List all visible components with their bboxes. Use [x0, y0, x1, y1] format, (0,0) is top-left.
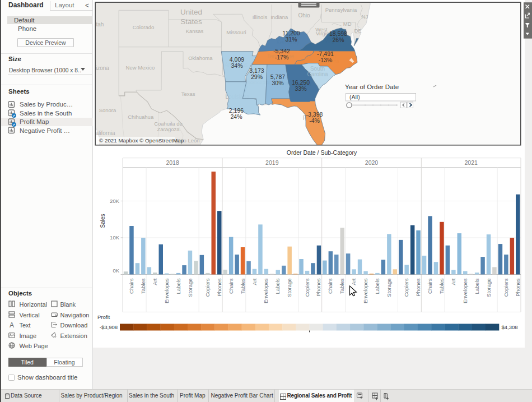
svg-text:Copiers: Copiers	[204, 278, 211, 297]
svg-text:Oklahoma: Oklahoma	[188, 55, 213, 61]
svg-text:Nebraska: Nebraska	[197, 0, 220, 3]
svg-text:Indiana: Indiana	[270, 14, 288, 20]
svg-text:Phones: Phones	[415, 278, 421, 296]
svg-text:Illinois: Illinois	[253, 14, 268, 20]
svg-text:10K: 10K	[110, 234, 120, 241]
svg-text:2021: 2021	[465, 159, 478, 166]
svg-text:Colorado: Colorado	[133, 24, 155, 30]
svg-text:MD: MD	[343, 21, 352, 27]
svg-text:Phones: Phones	[515, 278, 521, 296]
svg-text:NJ: NJ	[362, 13, 368, 20]
svg-text:Phones: Phones	[315, 278, 321, 296]
svg-text:Texas: Texas	[181, 91, 195, 97]
svg-text:Envelopes: Envelopes	[462, 278, 468, 303]
svg-text:Copiers: Copiers	[304, 278, 310, 297]
svg-text:Chairs: Chairs	[228, 278, 234, 294]
svg-text:-$3,908: -$3,908	[100, 324, 118, 330]
svg-text:New Mexico: New Mexico	[126, 64, 155, 71]
svg-text:tah: tah	[96, 21, 104, 27]
svg-text:Labels: Labels	[374, 278, 380, 294]
svg-text:Labels: Labels	[274, 278, 281, 294]
svg-text:Profit: Profit	[97, 314, 110, 320]
svg-text:Tables: Tables	[339, 278, 345, 294]
svg-text:2018: 2018	[166, 159, 179, 166]
svg-text:33%: 33%	[295, 85, 306, 92]
svg-text:Sonora: Sonora	[99, 107, 116, 113]
svg-text:Tables: Tables	[140, 278, 146, 294]
svg-text:izona: izona	[96, 65, 109, 71]
svg-text:© 2021 Mapbox © OpenStreetMap: © 2021 Mapbox © OpenStreetMap	[99, 137, 184, 144]
svg-text:Art: Art	[251, 278, 258, 285]
svg-text:Tables: Tables	[438, 278, 445, 294]
svg-text:Ohio: Ohio	[298, 12, 310, 19]
svg-text:alifornia: alifornia	[96, 130, 115, 136]
svg-text:(All): (All)	[349, 94, 360, 100]
svg-text:Sales: Sales	[100, 214, 106, 228]
svg-text:0K: 0K	[113, 267, 119, 274]
svg-text:$4,308: $4,308	[502, 324, 518, 330]
svg-text:Phones: Phones	[216, 278, 222, 296]
svg-text:Chairs: Chairs	[427, 278, 433, 294]
svg-text:Order Date / Sub-Category: Order Date / Sub-Category	[287, 149, 357, 156]
svg-text:Art: Art	[450, 278, 456, 285]
svg-text:Storage: Storage	[486, 279, 492, 297]
svg-text:Envelopes: Envelopes	[263, 278, 269, 303]
svg-text:Chihuahua: Chihuahua	[128, 114, 154, 120]
svg-text:34%: 34%	[231, 62, 242, 69]
svg-text:Envelopes: Envelopes	[164, 278, 170, 303]
svg-text:Art: Art	[152, 278, 158, 285]
svg-text:Storage: Storage	[286, 279, 292, 297]
svg-text:31%: 31%	[285, 36, 297, 43]
svg-text:Envelopes: Envelopes	[362, 278, 368, 303]
svg-text:Copiers: Copiers	[503, 278, 509, 297]
svg-text:States: States	[180, 17, 202, 26]
svg-text:29%: 29%	[251, 73, 263, 80]
svg-text:26%: 26%	[332, 36, 344, 43]
svg-text:Year of Order Date: Year of Order Date	[345, 84, 399, 90]
svg-text:A: A	[10, 321, 14, 329]
svg-text:30%: 30%	[272, 80, 283, 86]
svg-text:2020: 2020	[365, 159, 379, 166]
svg-text:Labels: Labels	[474, 278, 480, 294]
svg-text:Zaragoza: Zaragoza	[157, 126, 180, 132]
svg-text:Art: Art	[351, 278, 357, 285]
svg-text:Chairs: Chairs	[128, 278, 134, 294]
svg-text:2019: 2019	[265, 159, 279, 166]
svg-text:Chairs: Chairs	[327, 278, 333, 294]
svg-text:United: United	[180, 8, 202, 16]
svg-text:Carolina: Carolina	[307, 71, 328, 77]
svg-text:Tables: Tables	[240, 278, 246, 294]
svg-text:-13%: -13%	[319, 57, 333, 63]
svg-text:20K: 20K	[110, 198, 120, 204]
svg-text:Missouri: Missouri	[226, 29, 246, 35]
svg-text:-17%: -17%	[275, 54, 289, 61]
svg-text:Labels: Labels	[175, 278, 181, 294]
svg-text:Copiers: Copiers	[403, 278, 409, 297]
svg-text:-4%: -4%	[309, 117, 320, 124]
svg-text:Storage: Storage	[386, 279, 392, 297]
svg-text:Storage: Storage	[187, 279, 193, 297]
svg-text:Kansas: Kansas	[186, 28, 204, 34]
svg-text:Pennsylvania: Pennsylvania	[325, 7, 357, 13]
svg-text:DE: DE	[354, 27, 361, 34]
svg-text:24%: 24%	[230, 113, 242, 120]
